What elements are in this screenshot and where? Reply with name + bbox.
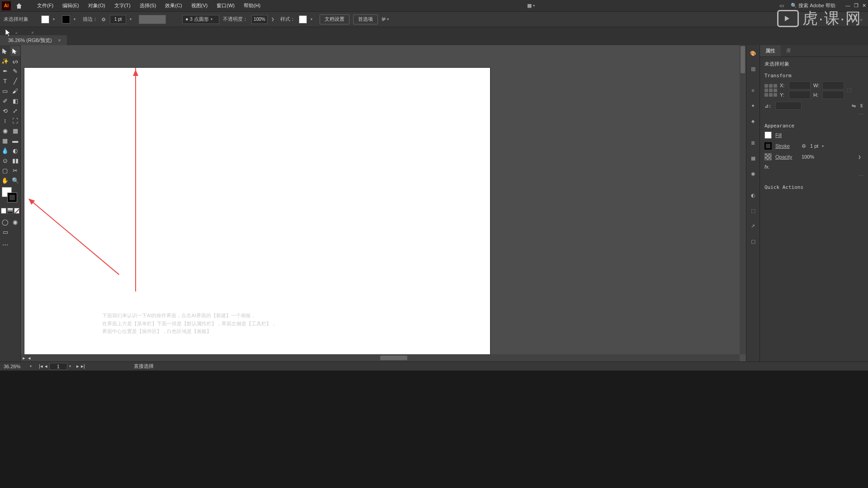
stroke-stepper-icon[interactable]: ⯐ [101,17,106,22]
eyedropper-tool[interactable]: 💧 [0,145,10,155]
next-artboard-icon[interactable]: ▸ [76,363,79,369]
artboard-tool[interactable]: ▢ [0,165,10,175]
slice-tool[interactable]: ✂ [10,165,21,175]
menu-effect[interactable]: 效果(C) [160,0,186,12]
x-input[interactable] [789,81,811,89]
last-artboard-icon[interactable]: ▸| [81,363,85,369]
hand-tool[interactable]: ✋ [0,175,10,185]
vertical-scrollbar[interactable] [740,45,746,354]
screen-mode[interactable]: ▭ [0,227,10,237]
first-artboard-icon[interactable]: |◂ [39,363,43,369]
scroll-back-icon[interactable]: ◂ [28,355,31,361]
menu-view[interactable]: 视图(V) [187,0,212,12]
transform-panel-icon[interactable]: ▦ [749,154,758,163]
stroke-weight-input[interactable] [110,15,126,24]
flip-h-icon[interactable]: ⇋ [852,103,856,109]
fx-label[interactable]: fx. [764,164,770,169]
brushes-panel-icon[interactable]: ≡ [749,86,758,95]
symbol-sprayer-tool[interactable]: ⊙ [0,155,10,165]
stroke-dd-panel-icon[interactable]: ▾ [822,144,827,148]
blend-tool[interactable]: ◐ [10,145,21,155]
fill-dropdown-icon[interactable]: ▾ [53,17,58,21]
zoom-dropdown-icon[interactable]: ▾ [30,364,35,368]
style-swatch[interactable] [299,15,307,23]
width-tool[interactable]: ⫶ [0,116,10,126]
line-tool[interactable]: ╱ [10,76,21,86]
shaper-tool[interactable]: ✐ [0,96,10,106]
scroll-play-icon[interactable]: ▸ [23,355,25,361]
eraser-tool[interactable]: ◧ [10,96,21,106]
reference-point-grid[interactable] [764,84,777,97]
curvature-tool[interactable]: ✎ [10,66,21,76]
stroke-stepper-panel[interactable]: ⯐ [802,143,807,149]
rectangle-tool[interactable]: ▭ [0,86,10,96]
opacity-value-panel[interactable]: 100% [802,154,814,160]
scale-tool[interactable]: ⤢ [10,106,21,116]
artboard-number-input[interactable]: 1 [49,363,67,370]
zoom-tool[interactable]: 🔍 [10,175,21,185]
artboard[interactable]: 下面我们来认识一下AI的操作界面，点击AI界面的【新建】一个画板， 在界面上方是… [24,68,490,361]
zoom-level[interactable]: 36.26% [4,364,26,369]
fill-swatch[interactable] [41,15,49,23]
graph-tool[interactable]: ▮▮ [10,155,21,165]
h-input[interactable] [822,91,844,99]
flip-v-icon[interactable]: ⥮ [859,103,863,109]
home-icon[interactable] [14,1,24,10]
pen-tool[interactable]: ✒ [0,66,10,76]
transform-more-icon[interactable]: ⋯ [764,112,863,117]
menu-object[interactable]: 对象(O) [84,0,110,12]
arrange-docs-icon[interactable]: ▦ ▾ [524,3,541,9]
opacity-dd-panel-icon[interactable]: ❯ [858,155,863,159]
align-panel-icon[interactable]: ⊯▾ [382,16,392,22]
opacity-dropdown-icon[interactable]: ❯ [271,17,277,21]
document-setup-button[interactable]: 文档设置 [320,14,349,24]
gradient-swatch-button[interactable] [7,208,13,214]
stroke-swatch-panel[interactable] [764,142,772,150]
menu-file[interactable]: 文件(F) [33,0,58,12]
direct-selection-tool[interactable] [10,46,21,56]
color-swatch-button[interactable] [1,208,6,214]
perspective-tool[interactable]: ▦ [10,126,21,136]
free-transform-tool[interactable]: ⛶ [10,116,21,126]
appearance-panel-icon[interactable]: ◉ [749,169,758,178]
opacity-input[interactable] [251,15,268,24]
brush-definition-select[interactable]: ● 3 点圆形▾ [182,15,219,24]
type-tool[interactable]: T [0,76,10,86]
shape-builder-tool[interactable]: ◉ [0,126,10,136]
appearance-more-icon[interactable]: ⋯ [764,173,863,179]
style-dropdown-icon[interactable]: ▾ [311,17,316,21]
paintbrush-tool[interactable]: 🖌 [10,86,21,96]
mesh-tool[interactable]: ▦ [0,136,10,145]
asset-export-panel-icon[interactable]: ↗ [749,221,758,230]
tab-close-icon[interactable]: × [31,30,34,35]
transparency-panel-icon[interactable]: ◐ [749,191,758,200]
angle-input[interactable] [775,102,802,110]
artboards-panel-icon[interactable]: ▢ [749,237,758,246]
rotate-tool[interactable]: ⟲ [0,106,10,116]
canvas-area[interactable]: 下面我们来认识一下AI的操作界面，点击AI界面的【新建】一个画板， 在界面上方是… [21,45,746,361]
tab-libraries[interactable]: 库 [781,45,797,56]
menu-select[interactable]: 选择(S) [135,0,161,12]
window-close-icon[interactable]: ✕ [862,3,866,9]
link-wh-icon[interactable]: ⬚ [847,87,851,93]
draw-mode-behind[interactable]: ◉ [10,217,21,227]
none-swatch-button[interactable] [14,208,19,214]
draw-mode-normal[interactable]: ◯ [0,217,10,227]
prev-artboard-icon[interactable]: ◂ [45,363,47,369]
close-tab-icon[interactable]: × [58,38,61,43]
swatches-panel-icon[interactable]: ▥ [749,64,758,73]
stroke-dropdown-icon[interactable]: ▾ [74,17,79,21]
selection-tool[interactable] [0,46,10,56]
y-input[interactable] [789,91,811,99]
preferences-button[interactable]: 首选项 [353,14,378,24]
symbols-panel-icon[interactable]: ✦ [749,101,758,110]
tab-properties[interactable]: 属性 [760,45,781,56]
menu-type[interactable]: 文字(T) [110,0,135,12]
w-input[interactable] [822,81,844,89]
layers-panel-icon[interactable]: ⬚ [749,206,758,215]
artboard-dropdown-icon[interactable]: ▾ [69,364,75,368]
magic-wand-tool[interactable]: ✨ [0,56,10,66]
lasso-tool[interactable]: ᔕ [10,56,21,66]
stroke-panel-icon[interactable]: ♣ [749,117,758,126]
menu-edit[interactable]: 编辑(E) [58,0,84,12]
